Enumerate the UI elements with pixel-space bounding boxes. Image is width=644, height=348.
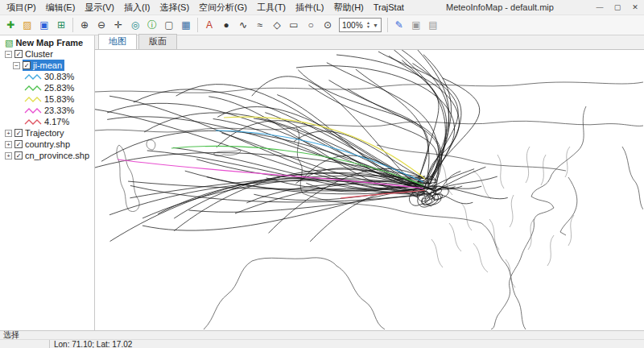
cluster-mean-lines (118, 117, 425, 198)
legend-class-label: 25.83% (44, 83, 74, 93)
layer-label: country.shp (25, 139, 70, 149)
legend-class-label: 4.17% (44, 117, 69, 126)
menu-item-insert[interactable]: 插入(I) (119, 0, 155, 15)
document-area: 地图 版面 (95, 35, 644, 330)
status-coords-row: Lon: 71.10; Lat: 17.02 (0, 340, 644, 348)
layer-label: ji-mean (33, 60, 62, 70)
menu-item-project[interactable]: 项目(P) (2, 0, 41, 15)
status-coordinates: Lon: 71.10; Lat: 17.02 (50, 340, 132, 348)
legend-panel: ▧ New Map Frame − ✓ Cluster − ✓ ji-mean … (0, 35, 95, 330)
minimize-icon[interactable]: — (591, 1, 609, 14)
window-controls: — ▢ ✕ (591, 1, 644, 14)
layer-label: Trajectory (25, 128, 64, 138)
attribute-table-icon[interactable]: ▦ (178, 17, 194, 33)
line-symbol-icon (24, 72, 42, 81)
legend-class-row[interactable]: 4.17% (0, 116, 94, 127)
titlebar: 项目(P) 编辑(E) 显示(V) 插入(I) 选择(S) 空间分析(G) 工具… (0, 0, 644, 14)
main-area: ▧ New Map Frame − ✓ Cluster − ✓ ji-mean … (0, 35, 644, 330)
edit-vertices-icon[interactable]: ✎ (391, 17, 407, 33)
expand-icon[interactable]: + (5, 152, 12, 160)
toolbar-separator (72, 18, 73, 32)
ellipse-icon[interactable]: ⊙ (320, 17, 336, 33)
zoom-in-icon[interactable]: ⊕ (76, 17, 93, 33)
legend-class-label: 23.33% (44, 106, 74, 115)
status-mode-row: 选择 (0, 331, 644, 340)
line-symbol-icon (24, 84, 42, 92)
expand-icon[interactable]: + (5, 130, 12, 137)
zoom-level-value: 100% (342, 21, 366, 30)
layer-label: cn_province.shp (25, 151, 89, 160)
chevron-down-icon[interactable]: ▼ (373, 23, 378, 28)
layer-checkbox[interactable]: ✓ (14, 140, 23, 148)
layer-checkbox[interactable]: ✓ (23, 61, 31, 69)
full-extent-icon[interactable]: ◎ (127, 17, 143, 33)
collapse-icon[interactable]: − (13, 62, 20, 69)
map-canvas[interactable] (95, 50, 644, 330)
layer-checkbox[interactable]: ✓ (14, 50, 23, 58)
clear-edits-icon[interactable]: ▤ (425, 17, 441, 33)
toolbar-separator (387, 18, 388, 32)
new-map-frame-icon[interactable]: ✚ (2, 17, 19, 33)
view-tabbar: 地图 版面 (95, 35, 644, 50)
layer-row-cn-province[interactable]: + ✓ cn_province.shp (0, 150, 94, 161)
legend-class-label: 15.83% (44, 94, 74, 104)
layer-row-cluster[interactable]: − ✓ Cluster (0, 48, 94, 60)
line-symbol-icon (24, 118, 42, 126)
layer-row-trajectory[interactable]: + ✓ Trajectory (0, 127, 94, 139)
legend-class-row[interactable]: 25.83% (0, 82, 94, 93)
menu-item-help[interactable]: 帮助(H) (328, 0, 368, 15)
zoom-spinner[interactable]: ▲▼ (366, 21, 370, 29)
point-icon[interactable]: ● (218, 17, 234, 33)
menu-item-view[interactable]: 显示(V) (80, 0, 119, 15)
select-feature-icon[interactable]: ▢ (161, 17, 177, 33)
selected-layer-highlight[interactable]: ✓ ji-mean (23, 60, 64, 71)
tab-map[interactable]: 地图 (98, 34, 137, 49)
status-mode: 选择 (3, 329, 19, 341)
trajectory-layer (95, 50, 508, 242)
menu-item-edit[interactable]: 编辑(E) (41, 0, 80, 15)
add-layer-icon[interactable]: ⊞ (53, 17, 69, 33)
legend-class-row[interactable]: 23.33% (0, 105, 94, 116)
maximize-icon[interactable]: ▢ (609, 1, 626, 14)
menu-item-tools[interactable]: 工具(T) (252, 0, 291, 15)
menu-item-trajstat[interactable]: TrajStat (369, 1, 409, 14)
rectangle-icon[interactable]: ▭ (286, 17, 302, 33)
open-project-icon[interactable]: ▨ (19, 17, 35, 33)
save-project-icon[interactable]: ▣ (36, 17, 52, 33)
layer-checkbox[interactable]: ✓ (14, 151, 23, 160)
label-icon[interactable]: A (201, 17, 217, 33)
pan-icon[interactable]: ✛ (110, 17, 126, 33)
line-symbol-icon (24, 95, 42, 103)
layer-row-country[interactable]: + ✓ country.shp (0, 139, 94, 150)
map-frame-row[interactable]: ▧ New Map Frame (0, 37, 94, 48)
line-symbol-icon (24, 106, 42, 114)
zoom-level-dropdown[interactable]: 100% ▲▼ ▼ (339, 18, 382, 32)
layer-checkbox[interactable]: ✓ (14, 129, 23, 137)
legend-class-row[interactable]: 15.83% (0, 93, 94, 105)
toolbar-separator (197, 18, 198, 32)
curve-icon[interactable]: ≈ (252, 17, 268, 33)
legend-class-label: 30.83% (44, 72, 74, 81)
polygon-icon[interactable]: ◇ (269, 17, 285, 33)
legend-class-row[interactable]: 30.83% (0, 71, 94, 82)
window-title: MeteoInfoMap - default.mip (409, 2, 591, 12)
circle-icon[interactable]: ○ (303, 17, 319, 33)
collapse-icon[interactable]: − (5, 51, 12, 58)
expand-icon[interactable]: + (5, 141, 12, 148)
menu-item-plugins[interactable]: 插件(L) (291, 0, 328, 15)
lakes-outline (117, 140, 241, 212)
map-frame-label: New Map Frame (15, 38, 83, 48)
zoom-out-icon[interactable]: ⊖ (93, 17, 109, 33)
status-bar: 选择 Lon: 71.10; Lat: 17.02 (0, 330, 644, 348)
polyline-icon[interactable]: ∿ (235, 17, 251, 33)
identify-icon[interactable]: ⓘ (144, 17, 160, 33)
menu-item-selection[interactable]: 选择(S) (155, 0, 194, 15)
layer-label: Cluster (25, 49, 53, 59)
save-edits-icon[interactable]: ▣ (408, 17, 424, 33)
application-window: 项目(P) 编辑(E) 显示(V) 插入(I) 选择(S) 空间分析(G) 工具… (0, 0, 644, 348)
close-icon[interactable]: ✕ (626, 1, 644, 14)
tab-layout[interactable]: 版面 (138, 34, 177, 49)
menu-item-spatial-analysis[interactable]: 空间分析(G) (194, 0, 252, 15)
layer-row-ji-mean[interactable]: − ✓ ji-mean (0, 60, 94, 71)
map-frame-icon: ▧ (5, 38, 13, 48)
